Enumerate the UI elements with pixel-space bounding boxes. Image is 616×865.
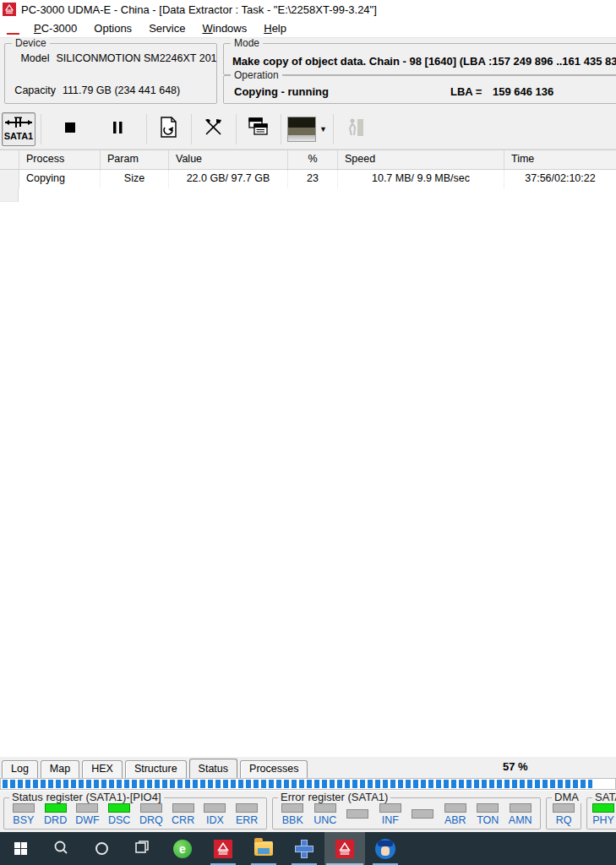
led-amn: AMN	[504, 803, 537, 826]
header-process[interactable]: Process	[19, 150, 101, 169]
header-value[interactable]: Value	[169, 150, 288, 169]
device-legend: Device	[12, 37, 50, 49]
tab-map[interactable]: Map	[41, 760, 79, 778]
model-value: SILICONMOTION SM2246XT 2014112	[56, 52, 216, 64]
led-phy: PHY	[591, 803, 616, 826]
dma-group: DMA RQ	[546, 797, 581, 830]
cell-process: Copying	[19, 170, 101, 188]
device-groupbox: Device Model SILICONMOTION SM2246XT 2014…	[4, 43, 217, 104]
task-progress-bar	[0, 778, 616, 790]
tab-hex[interactable]: HEX	[82, 760, 123, 778]
taskbar-search-button[interactable]	[41, 832, 81, 865]
exit-person-icon	[346, 117, 366, 141]
pc3000-icon	[214, 840, 232, 858]
led-ton: TON	[472, 803, 504, 826]
led-dsc: DSC	[103, 803, 135, 826]
tab-log[interactable]: Log	[2, 760, 38, 778]
menu-windows[interactable]: Windows	[194, 19, 255, 37]
window-title: PC-3000 UDMA-E - China - [Data Extractor…	[21, 3, 377, 16]
header-time[interactable]: Time	[504, 150, 616, 169]
led-bbk: BBK	[276, 803, 308, 826]
start-button[interactable]	[0, 832, 41, 865]
menu-bar: PC-3000 Options Service Windows Help	[0, 19, 616, 38]
model-label: Model	[5, 52, 56, 64]
led-blank-1	[341, 809, 373, 820]
register-panel: Status register (SATA1)-[PIO4] BSY DRD D…	[0, 791, 616, 832]
process-table: Process Param Value % Speed Time Copying…	[0, 150, 616, 757]
windows-cascade-button[interactable]	[242, 112, 275, 146]
capacity-label: Capacity	[5, 84, 63, 96]
taskbar-pc3000-button[interactable]	[203, 832, 243, 865]
empty-row-selector	[0, 188, 19, 202]
mode-groupbox: Mode Make copy of object data. Chain - 9…	[223, 43, 616, 75]
lba-label: LBA =	[450, 85, 482, 98]
status-register-group: Status register (SATA1)-[PIO4] BSY DRD D…	[3, 797, 267, 830]
toolbar-separator	[41, 114, 41, 144]
taskbar-plus-app-button[interactable]	[284, 832, 324, 865]
task-view-icon	[134, 840, 150, 857]
exit-task-button	[339, 112, 373, 146]
row-selector[interactable]	[0, 170, 19, 188]
mode-legend: Mode	[231, 37, 263, 49]
info-panels: Device Model SILICONMOTION SM2246XT 2014…	[0, 38, 616, 109]
header-selector	[0, 150, 19, 169]
toolbar-separator	[236, 114, 237, 144]
led-bsy: BSY	[8, 803, 40, 826]
operation-status: Copying - running	[234, 85, 329, 98]
header-percent[interactable]: %	[288, 150, 338, 169]
led-inf: INF	[374, 803, 406, 826]
avatar-icon	[375, 839, 395, 859]
cell-time: 37:56/02:10:22	[504, 170, 616, 188]
led-unc: UNC	[309, 803, 341, 826]
sector-map-thumbnail-icon	[287, 117, 316, 142]
tools-icon	[203, 117, 225, 140]
tab-structure[interactable]: Structure	[125, 760, 187, 778]
toolbar-separator	[191, 114, 192, 144]
system-menu-icon[interactable]	[7, 22, 19, 35]
tools-button[interactable]	[197, 112, 231, 146]
table-row[interactable]: Copying Size 22.0 GB/ 97.7 GB 23 10.7 MB…	[0, 170, 616, 188]
save-result-button[interactable]	[152, 112, 186, 146]
menu-pc3000[interactable]: PC-3000	[25, 19, 85, 37]
toolbar: SATA1	[0, 109, 616, 150]
stop-button[interactable]	[53, 112, 87, 146]
sata-connector-icon	[4, 117, 33, 131]
task-view-button[interactable]	[122, 832, 162, 865]
cell-value: 22.0 GB/ 97.7 GB	[169, 170, 288, 188]
plus-icon	[295, 840, 313, 858]
chevron-down-icon[interactable]: ▼	[319, 125, 327, 133]
dma-legend: DMA	[552, 791, 581, 803]
tab-status[interactable]: Status	[189, 759, 237, 778]
toolbar-separator	[281, 114, 281, 144]
port-sata1-button[interactable]: SATA1	[2, 112, 35, 146]
header-param[interactable]: Param	[101, 150, 169, 169]
windows-logo-icon	[14, 842, 27, 855]
stop-icon	[64, 122, 76, 136]
operation-legend: Operation	[231, 69, 282, 81]
led-crr: CRR	[167, 803, 199, 826]
menu-help[interactable]: Help	[255, 19, 295, 37]
taskbar-pc3000-active-button[interactable]	[324, 832, 365, 865]
progress-percent-label: 57 %	[503, 760, 528, 773]
header-speed[interactable]: Speed	[338, 150, 504, 169]
error-register-group: Error register (SATA1) BBK UNC INF ABR T…	[272, 797, 541, 830]
file-explorer-button[interactable]	[243, 832, 284, 865]
led-dwf: DWF	[72, 803, 104, 826]
status-register-legend: Status register (SATA1)-[PIO4]	[9, 791, 164, 803]
sata-legend: SATA-	[592, 791, 616, 803]
cascade-windows-icon	[247, 117, 270, 141]
browser-icon: e	[173, 840, 192, 858]
map-view-dropdown[interactable]: ▼	[286, 112, 328, 146]
taskbar-browser-button[interactable]: e	[162, 832, 203, 865]
led-blank-2	[406, 809, 439, 820]
sata-group: SATA- PHY	[586, 797, 616, 830]
menu-options[interactable]: Options	[85, 19, 140, 37]
taskbar-messenger-button[interactable]	[365, 832, 406, 865]
table-header: Process Param Value % Speed Time	[0, 150, 616, 170]
cortana-icon	[95, 842, 108, 855]
cortana-button[interactable]	[81, 832, 122, 865]
menu-service[interactable]: Service	[140, 19, 194, 37]
tab-processes[interactable]: Processes	[240, 760, 308, 778]
folder-icon	[254, 841, 273, 856]
pause-button[interactable]	[101, 112, 134, 146]
